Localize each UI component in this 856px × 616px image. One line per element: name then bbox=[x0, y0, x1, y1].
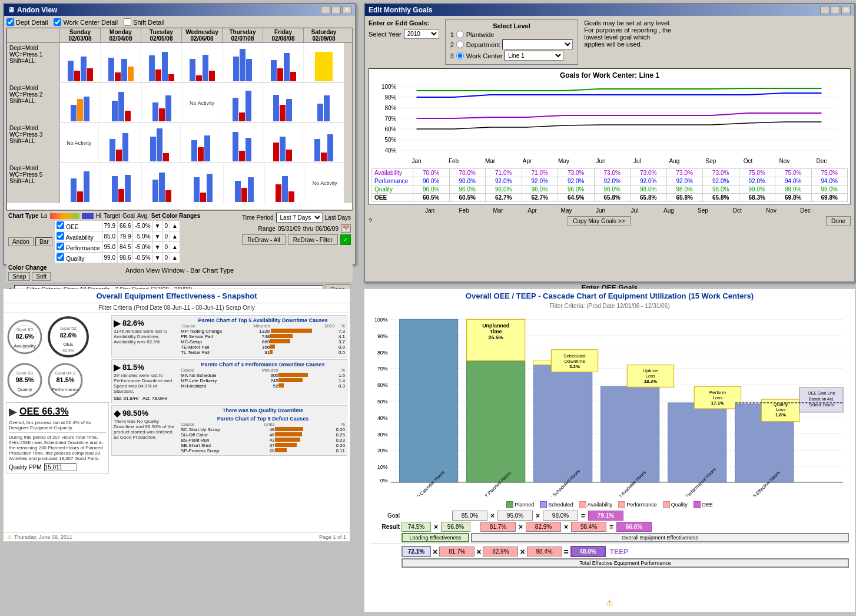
goals-titlebar: Edit Monthly Goals _ □ ✕ bbox=[365, 4, 854, 16]
goals-note: Goals may be set at any level.For purpos… bbox=[584, 19, 671, 48]
time-period-label: Time Period bbox=[242, 214, 274, 221]
no-activity-press5-sat: No Activity bbox=[313, 180, 337, 186]
goals-done-btn[interactable]: Done bbox=[826, 216, 851, 226]
goals-maximize-btn[interactable]: □ bbox=[831, 6, 840, 14]
svg-text:30%: 30% bbox=[377, 432, 388, 438]
svg-text:80%: 80% bbox=[377, 350, 388, 356]
cascade-filter: Filter Criteria: (Prod Date 12/01/06 - 1… bbox=[364, 303, 855, 309]
availability-gauge: Goal 85 82.6% Availability bbox=[6, 318, 44, 356]
range-label: Range bbox=[258, 226, 275, 232]
svg-rect-67 bbox=[467, 361, 525, 482]
svg-text:Scheduled: Scheduled bbox=[563, 353, 585, 359]
oee-desc: Overall, this process ran at 66.3% of it… bbox=[9, 420, 106, 430]
qual-check[interactable] bbox=[57, 253, 64, 261]
range-to: 06/06/09 bbox=[316, 226, 339, 232]
wc-detail-checkbox[interactable]: Work Center Detail bbox=[54, 18, 118, 26]
copy-goals-btn[interactable]: Copy May Goals >> bbox=[568, 216, 630, 226]
svg-text:98.5%: 98.5% bbox=[15, 376, 34, 383]
enter-goals-label: Enter or Edit Goals: bbox=[369, 19, 439, 27]
svg-text:50%: 50% bbox=[377, 399, 388, 405]
goals-close-btn[interactable]: ✕ bbox=[841, 6, 851, 14]
svg-text:Loss: Loss bbox=[713, 395, 723, 400]
calendar-btn[interactable]: 📅 bbox=[341, 224, 351, 233]
last-days-label: Last Days bbox=[325, 214, 351, 221]
snapshot-panel: Overall Equipment Effectiveness - Snapsh… bbox=[3, 289, 350, 542]
svg-text:70%: 70% bbox=[377, 366, 388, 372]
svg-text:18.3%: 18.3% bbox=[644, 379, 657, 384]
goals-window: Edit Monthly Goals _ □ ✕ Enter or Edit G… bbox=[364, 3, 855, 283]
svg-text:Goal 52: Goal 52 bbox=[60, 326, 77, 331]
svg-text:Perform: Perform bbox=[709, 390, 726, 395]
close-btn[interactable]: ✕ bbox=[342, 6, 351, 14]
svg-rect-83 bbox=[668, 403, 726, 482]
svg-text:Dec: Dec bbox=[817, 158, 827, 164]
svg-text:40%: 40% bbox=[377, 415, 388, 421]
redraw-all-btn[interactable]: ReDraw - All bbox=[242, 234, 286, 245]
svg-text:40%: 40% bbox=[384, 147, 396, 154]
svg-text:Aug: Aug bbox=[669, 158, 680, 164]
andon-view-window: 🖥 Andon View _ □ ✕ Dept Detail Work Cent… bbox=[3, 3, 356, 265]
perf-check[interactable] bbox=[57, 243, 64, 250]
svg-rect-78 bbox=[601, 386, 659, 482]
time-period-select[interactable]: Last 7 Days bbox=[276, 213, 323, 223]
svg-text:1.6%: 1.6% bbox=[775, 412, 786, 418]
year-select[interactable]: 2010 bbox=[404, 29, 439, 39]
svg-text:Downtime: Downtime bbox=[564, 359, 585, 364]
minimize-btn[interactable]: _ bbox=[321, 6, 330, 14]
svg-text:Goal 99: Goal 99 bbox=[16, 370, 34, 376]
svg-text:Jan: Jan bbox=[412, 158, 421, 164]
go-btn[interactable]: ✓ bbox=[340, 234, 351, 245]
svg-text:Goal 85: Goal 85 bbox=[16, 327, 34, 332]
no-activity-press2-wed: No Activity bbox=[190, 100, 214, 106]
svg-text:Jul: Jul bbox=[633, 158, 641, 164]
radio-plantwide: 1 Plantwide bbox=[450, 31, 573, 38]
quality-section: ◆ 98.50% There was No Quality Downtime a… bbox=[111, 405, 347, 456]
goals-minimize-btn[interactable]: _ bbox=[820, 6, 830, 14]
svg-text:70%: 70% bbox=[384, 115, 396, 122]
quality-ppm-input[interactable] bbox=[44, 463, 77, 471]
svg-text:60%: 60% bbox=[377, 382, 388, 388]
svg-text:90%: 90% bbox=[377, 333, 388, 339]
svg-text:Jun: Jun bbox=[596, 158, 605, 164]
avail-check[interactable] bbox=[57, 232, 64, 240]
oee-check[interactable] bbox=[57, 221, 64, 229]
svg-text:May: May bbox=[558, 158, 569, 164]
andon-title-icon: 🖥 bbox=[8, 6, 15, 14]
bar-btn[interactable]: Bar bbox=[35, 237, 53, 246]
svg-text:81.5%: 81.5% bbox=[56, 376, 74, 383]
quality-ppm-row: Quality PPM bbox=[9, 463, 106, 471]
chart-row-press1: Dept=MoldWC=Press 1Shift=ALL bbox=[7, 43, 352, 83]
redraw-filter-btn[interactable]: ReDraw - Filter bbox=[288, 234, 338, 245]
snapshot-filter: Filter Criteria (Prod Date 08-Jun-11 - 0… bbox=[4, 303, 350, 313]
oee-main-box: ▶ OEE 66.3% Overall, this process ran at… bbox=[6, 402, 109, 474]
color-range-lo bbox=[50, 213, 79, 219]
cascade-footer-icon: ⚠ bbox=[606, 598, 613, 607]
svg-text:50%: 50% bbox=[384, 137, 396, 143]
svg-text:Based on Act.: Based on Act. bbox=[809, 397, 834, 401]
andon-btn[interactable]: Andon bbox=[8, 237, 34, 246]
svg-text:100%: 100% bbox=[374, 317, 388, 323]
quality-gauge: Goal 99 98.5% Quality bbox=[6, 362, 44, 400]
dept-detail-checkbox[interactable]: Dept Detail bbox=[6, 18, 48, 26]
performance-section: ▶ 81.5% 39' minutes were lost to Perform… bbox=[111, 359, 347, 403]
maximize-btn[interactable]: □ bbox=[331, 6, 341, 14]
no-activity-press3-sun: No Activity bbox=[67, 140, 91, 146]
svg-text:66.3%: 66.3% bbox=[62, 349, 74, 353]
andon-titlebar: 🖥 Andon View _ □ ✕ bbox=[4, 4, 355, 16]
wc-select[interactable]: Line 1 bbox=[505, 51, 563, 61]
svg-text:Loss: Loss bbox=[776, 407, 786, 412]
cascade-results-area: Goal 85.0% × 95.0% × 98.0% = 79.1% Resul… bbox=[364, 509, 855, 569]
footer-date: Thursday, June 09, 2011 bbox=[14, 534, 72, 540]
svg-text:Uptime: Uptime bbox=[643, 368, 658, 373]
svg-text:10%: 10% bbox=[377, 464, 388, 470]
radio-department: 2 Department bbox=[450, 39, 573, 49]
svg-text:Feb: Feb bbox=[449, 158, 459, 164]
dept-select[interactable] bbox=[502, 39, 573, 49]
svg-text:Loss: Loss bbox=[646, 373, 656, 379]
shift-detail-checkbox[interactable]: Shift Detail bbox=[124, 18, 164, 26]
svg-text:82.6%: 82.6% bbox=[15, 333, 34, 340]
svg-text:OEE Goal Line: OEE Goal Line bbox=[808, 391, 835, 395]
goals-data-table: Availability 70.0% 70.0% 71.0% 71.0% 73.… bbox=[371, 168, 848, 202]
goals-line-chart: 100% 90% 80% 70% 60% 50% 40% bbox=[371, 82, 848, 167]
svg-text:Oct: Oct bbox=[744, 158, 753, 164]
